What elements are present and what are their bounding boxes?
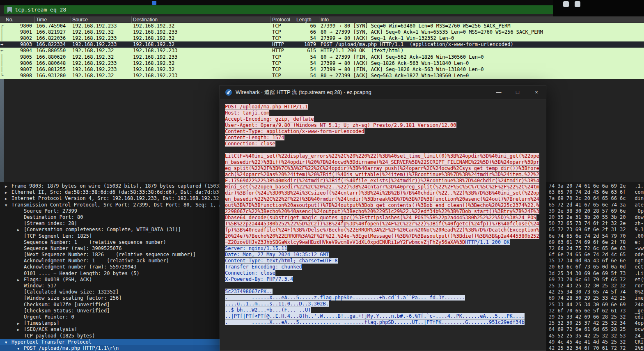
column-separator[interactable] — [270, 16, 271, 23]
detail-text: Source Port: 27399 — [24, 208, 77, 214]
cell-no: 9807 — [4, 67, 32, 73]
expand-arrow-icon[interactable]: ▶ — [17, 321, 24, 326]
column-header-time[interactable]: Time — [36, 16, 47, 23]
cell-info: 27399 → 80 [ACK] Seq=1 Ack=1 Win=132352 … — [321, 35, 454, 41]
expand-arrow-icon[interactable]: ▶ — [5, 184, 11, 189]
cell-no: 9803 — [4, 41, 32, 48]
column-header-length[interactable]: Length — [296, 16, 312, 23]
cell-no: 9801 — [4, 29, 32, 35]
cell-length: 54 — [292, 35, 316, 41]
expand-arrow-icon[interactable]: ▶ — [17, 277, 24, 283]
expand-arrow-icon[interactable]: ▶ — [5, 190, 11, 195]
column-header-info[interactable]: Info — [321, 16, 329, 23]
column-separator[interactable] — [71, 16, 71, 23]
cell-info: 80 → 27399 [SYN, ACK] Seq=0 Ack=1 Win=65… — [321, 29, 543, 35]
cell-protocol: TCP — [272, 29, 281, 35]
expand-arrow-icon[interactable]: ▶ — [5, 196, 11, 202]
display-filter-input[interactable]: tcp.stream eq 28 — [15, 5, 66, 14]
dialog-titlebar[interactable]: Wireshark · 追踪 HTTP 流 (tcp.stream eq 28)… — [220, 85, 546, 99]
cell-time: 166.880620 — [36, 54, 66, 60]
stream-content[interactable]: POST /upload/ma.php HTTP/1.1 Host: tanji… — [220, 100, 546, 351]
cell-source: 192.168.192.233 — [72, 60, 117, 67]
wireshark-icon — [225, 89, 232, 96]
cell-protocol: TCP — [272, 73, 281, 79]
column-header-destination[interactable]: Destination — [133, 16, 158, 23]
cell-time: 166.821927 — [36, 29, 66, 35]
cell-destination: 192.168.192.32 — [133, 41, 174, 48]
detail-text: Acknowledgment Number: 1 (relative ack n… — [24, 258, 169, 264]
cell-source: 192.168.192.233 — [72, 23, 117, 29]
detail-text: [Checksum Status: Unverified] — [24, 308, 110, 314]
packet-list-header: No.TimeSourceDestinationProtocolLengthIn… — [0, 16, 644, 23]
cell-destination: 192.168.192.32 — [133, 60, 174, 67]
cell-protocol: TCP — [272, 23, 281, 29]
cell-no: 9802 — [4, 35, 32, 41]
packet-row[interactable]: │9801166.821927192.168.192.32192.168.192… — [0, 29, 644, 35]
packet-row[interactable]: └9808166.931280192.168.192.32192.168.192… — [0, 73, 644, 79]
detail-text: TCP payload (1825 bytes) — [24, 333, 95, 339]
column-header-protocol[interactable]: Protocol — [272, 16, 290, 23]
detail-text: Sequence Number: 1 (relative sequence nu… — [24, 239, 166, 245]
cell-no: 9800 — [4, 23, 32, 29]
cell-no: 9805 — [4, 54, 32, 60]
cell-protocol: HTTP — [272, 41, 284, 48]
cell-source: 192.168.192.32 — [72, 54, 114, 60]
cell-info: 80 → 27399 [FIN, ACK] Seq=562 Ack=1826 W… — [321, 54, 484, 60]
packet-row[interactable]: │9807166.881255192.168.192.233192.168.19… — [0, 67, 644, 73]
cell-source: 192.168.192.32 — [72, 48, 114, 54]
cell-length: 54 — [292, 54, 316, 60]
cell-source: 192.168.192.32 — [72, 73, 114, 79]
close-button[interactable]: × — [527, 85, 546, 99]
packet-list: ┌9800166.745904192.168.192.233192.168.19… — [0, 23, 644, 79]
cell-time: 166.822334 — [36, 41, 66, 48]
cell-source: 192.168.192.233 — [72, 41, 117, 48]
minimize-button[interactable]: — — [489, 85, 508, 99]
cell-destination: 192.168.192.233 — [133, 73, 177, 79]
app-mini-icon — [152, 1, 156, 5]
cell-length: 54 — [292, 67, 316, 73]
desktop-wallpaper-edge — [0, 79, 4, 182]
cell-no: 9804 — [4, 48, 32, 54]
detail-text: [Timestamps] — [24, 320, 60, 326]
cell-protocol: TCP — [272, 60, 281, 67]
cell-destination: 192.168.192.32 — [133, 67, 174, 73]
packet-row[interactable]: │9805166.880620192.168.192.32192.168.192… — [0, 54, 644, 60]
detail-text: Destination Port: 80 — [24, 214, 83, 220]
cell-destination: 192.168.192.32 — [133, 35, 174, 41]
detail-text: Flags: 0x018 (PSH, ACK) — [24, 277, 92, 282]
packet-row[interactable]: │9802166.822036192.168.192.233192.168.19… — [0, 35, 644, 41]
detail-text: Frame 9803: 1879 bytes on wire (15032 bi… — [11, 183, 240, 189]
column-separator[interactable] — [319, 16, 319, 23]
packet-row[interactable]: ←9804166.880550192.168.192.32192.168.192… — [0, 48, 644, 54]
background-window-icon — [563, 1, 569, 7]
maximize-button[interactable]: □ — [508, 85, 527, 99]
column-header-source[interactable]: Source — [72, 16, 88, 23]
cell-no: 9806 — [4, 60, 32, 67]
collapse-arrow-icon[interactable]: ▼ — [17, 346, 24, 351]
expand-arrow-icon[interactable]: ▶ — [17, 227, 24, 233]
detail-text: Hypertext Transfer Protocol — [11, 339, 92, 345]
column-separator[interactable] — [34, 16, 35, 23]
detail-text: POST /upload/ma.php HTTP/1.1\r\n — [24, 345, 119, 351]
cell-time: 166.822036 — [36, 35, 66, 41]
detail-text: [Next Sequence Number: 1826 (relative se… — [24, 252, 196, 257]
column-header-no[interactable]: No. — [6, 16, 14, 23]
bookmark-icon[interactable] — [7, 7, 12, 13]
cell-time: 166.881255 — [36, 67, 66, 73]
cell-info: HTTP/1.1 200 OK (text/html) — [321, 48, 403, 54]
expand-arrow-icon[interactable]: ▶ — [17, 327, 24, 333]
cell-destination: 192.168.192.32 — [133, 23, 174, 29]
detail-text: [Conversation completeness: Complete, WI… — [24, 227, 181, 232]
detail-text: Checksum: 0x17fe [unverified] — [24, 302, 110, 307]
column-separator[interactable] — [295, 16, 295, 23]
column-separator[interactable] — [131, 16, 132, 23]
collapse-arrow-icon[interactable]: ▼ — [5, 340, 11, 345]
packet-row[interactable]: │9806166.880648192.168.192.233192.168.19… — [0, 60, 644, 67]
display-filter-bar[interactable]: tcp.stream eq 28 — [4, 5, 553, 14]
cell-length: 54 — [292, 60, 316, 67]
collapse-arrow-icon[interactable]: ▼ — [5, 202, 11, 208]
packet-row[interactable]: →9803166.822334192.168.192.233192.168.19… — [0, 41, 644, 48]
packet-row[interactable]: ┌9800166.745904192.168.192.233192.168.19… — [0, 23, 644, 29]
cell-length: 1879 — [292, 41, 316, 48]
detail-text: [SEQ/ACK analysis] — [24, 326, 77, 332]
